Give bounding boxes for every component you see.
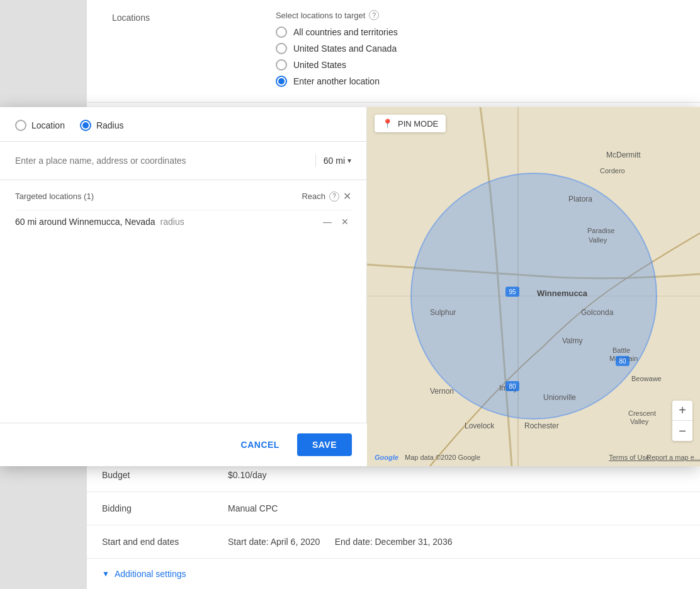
- help-icon: ?: [369, 10, 379, 20]
- tab-location-radio: [15, 120, 26, 131]
- tab-radius-radio: [80, 120, 91, 131]
- radio-us-canada[interactable]: United States and Canada: [276, 43, 398, 54]
- bottom-section: Budget $0.10/day Bidding Manual CPC Star…: [87, 459, 700, 589]
- distance-unit: mi: [336, 156, 345, 166]
- search-area: 60 mi ▾: [0, 142, 366, 180]
- zoom-out-button[interactable]: −: [672, 421, 692, 441]
- save-button[interactable]: SAVE: [297, 433, 352, 456]
- modal-actions: CANCEL SAVE: [0, 423, 367, 466]
- svg-text:80: 80: [509, 383, 516, 390]
- radio-all-countries[interactable]: All countries and territories: [276, 26, 398, 38]
- svg-text:Valley: Valley: [589, 236, 607, 244]
- svg-text:Vernon: Vernon: [430, 387, 454, 396]
- svg-text:Crescent: Crescent: [628, 409, 656, 417]
- targeted-header: Targeted locations (1) Reach ? ✕: [15, 190, 351, 202]
- svg-text:Battle: Battle: [612, 346, 630, 354]
- tab-radius-label: Radius: [96, 120, 124, 130]
- location-item-left: 60 mi around Winnemucca, Nevada radius: [15, 217, 184, 227]
- remove-location-button[interactable]: —: [321, 215, 334, 228]
- svg-text:95: 95: [509, 289, 516, 295]
- svg-text:Lovelock: Lovelock: [465, 421, 495, 430]
- cancel-button[interactable]: CANCEL: [234, 435, 287, 455]
- svg-text:Paradise: Paradise: [587, 227, 614, 234]
- map-svg: Platora Paradise Valley McDermitt Corder…: [367, 107, 700, 466]
- radio-enter-location[interactable]: Enter another location: [276, 76, 398, 87]
- radio-all-icon: [276, 26, 287, 38]
- svg-text:Sulphur: Sulphur: [430, 308, 456, 317]
- map-zoom-controls: + −: [672, 401, 692, 441]
- svg-text:Valmy: Valmy: [562, 336, 582, 345]
- delete-location-button[interactable]: ✕: [339, 215, 351, 228]
- svg-text:Unionville: Unionville: [543, 393, 576, 402]
- bidding-label: Bidding: [102, 503, 228, 513]
- locations-label: Locations: [112, 10, 150, 92]
- dates-row: Start and end dates Start date: April 6,…: [87, 525, 700, 559]
- radio-us-canada-icon: [276, 43, 287, 54]
- targeted-title: Targeted locations (1): [15, 192, 94, 201]
- budget-value: $0.10/day: [228, 470, 267, 480]
- reach-help-icon: ?: [329, 192, 339, 202]
- svg-text:Beowawe: Beowawe: [631, 375, 662, 382]
- report-map-link[interactable]: Report a map e...: [646, 454, 700, 461]
- radius-badge: radius: [161, 217, 184, 227]
- modal-tabs: Location Radius: [0, 107, 366, 142]
- svg-text:Cordero: Cordero: [600, 167, 625, 174]
- locations-section: Locations Select locations to target ? A…: [87, 0, 700, 103]
- select-locations-label: Select locations to target ?: [276, 10, 398, 20]
- svg-text:Platora: Platora: [568, 195, 592, 203]
- bidding-value: Manual CPC: [228, 503, 278, 513]
- svg-text:Winnemucca: Winnemucca: [537, 289, 588, 298]
- radio-us-icon: [276, 59, 287, 71]
- search-input[interactable]: [15, 156, 308, 166]
- location-item-right: — ✕: [321, 215, 351, 228]
- map-attribution: Map data ©2020 Google: [405, 454, 480, 461]
- distance-value: 60: [324, 156, 334, 166]
- modal-map: Platora Paradise Valley McDermitt Corder…: [367, 107, 700, 466]
- svg-text:Valley: Valley: [630, 418, 649, 425]
- chevron-down-icon[interactable]: ▾: [347, 156, 351, 165]
- distance-selector: 60 mi ▾: [324, 156, 351, 166]
- terms-of-use[interactable]: Terms of Use: [609, 454, 650, 461]
- reach-label: Reach: [302, 192, 325, 201]
- radio-enter-icon: [276, 76, 287, 87]
- svg-text:McDermitt: McDermitt: [606, 151, 641, 159]
- pin-mode-bar[interactable]: 📍 PIN MODE: [375, 115, 446, 132]
- svg-text:80: 80: [619, 358, 626, 365]
- google-logo: Google: [375, 454, 398, 461]
- radio-us[interactable]: United States: [276, 59, 398, 71]
- tab-radius[interactable]: Radius: [80, 120, 124, 131]
- svg-text:Golconda: Golconda: [581, 308, 614, 317]
- search-divider: [315, 154, 316, 167]
- dates-value: Start date: April 6, 2020 End date: Dece…: [228, 537, 452, 547]
- location-modal: Location Radius 60 mi ▾ Targeted locatio…: [0, 107, 700, 466]
- pin-icon: 📍: [382, 118, 393, 129]
- svg-point-3: [411, 173, 657, 419]
- location-item: 60 mi around Winnemucca, Nevada radius —…: [15, 210, 351, 233]
- zoom-in-button[interactable]: +: [672, 401, 692, 421]
- reach-area: Reach ? ✕: [302, 190, 351, 202]
- tab-location[interactable]: Location: [15, 120, 65, 131]
- tab-location-label: Location: [31, 120, 65, 130]
- dates-label: Start and end dates: [102, 537, 228, 547]
- modal-left-panel: Location Radius 60 mi ▾ Targeted locatio…: [0, 107, 367, 466]
- location-text: 60 mi around Winnemucca, Nevada: [15, 217, 155, 227]
- budget-label: Budget: [102, 470, 228, 480]
- svg-text:Rochester: Rochester: [524, 421, 559, 430]
- additional-settings[interactable]: ▼ Additional settings: [87, 559, 700, 589]
- pin-mode-label: PIN MODE: [398, 119, 438, 129]
- close-header-icon[interactable]: ✕: [343, 190, 351, 202]
- chevron-down-icon: ▼: [102, 569, 110, 578]
- bidding-row: Bidding Manual CPC: [87, 492, 700, 525]
